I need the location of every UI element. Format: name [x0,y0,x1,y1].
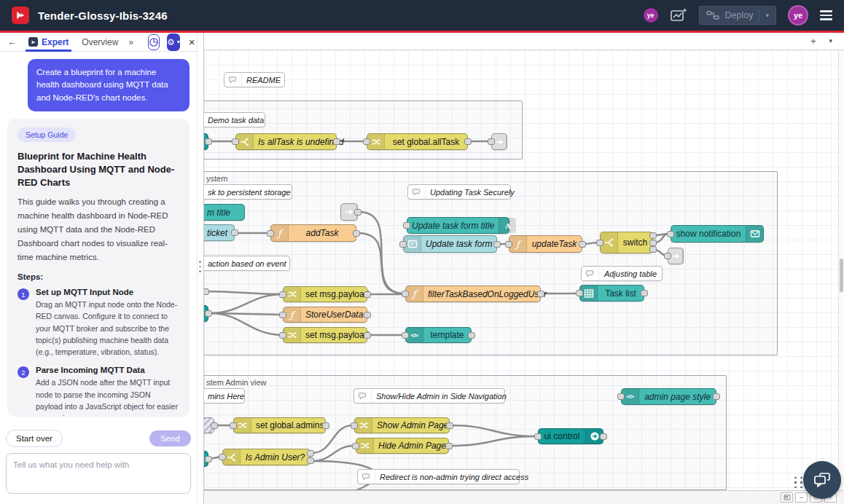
usage-chart-button[interactable] [148,34,160,50]
node-link-in-mid[interactable] [340,203,358,221]
link-stub-top[interactable] [204,133,208,150]
node-set-global-alltask[interactable]: set global.allTask [367,133,468,150]
node-port[interactable] [333,138,340,145]
node-port[interactable] [364,312,371,318]
close-panel-icon[interactable]: × [189,36,195,48]
port-stub-mid[interactable] [204,288,209,295]
settings-button[interactable]: ⚙ ▾ [167,34,180,51]
menu-icon[interactable] [820,10,832,20]
node-set-global-admins[interactable]: set global.admins [233,417,326,433]
add-flow-button[interactable]: + [810,36,816,46]
node-hide-admin-page[interactable]: Hide Admin Page [356,438,449,454]
node-port[interactable] [205,456,212,462]
node-port[interactable] [445,443,453,449]
node-port[interactable] [211,422,218,429]
node-show-admin-page[interactable]: Show Admin Page [354,417,450,433]
node-port[interactable] [576,290,583,296]
comment-adjusting-table[interactable]: Adjusting table [581,266,663,281]
node-port[interactable] [505,241,512,248]
node-task-form-title[interactable]: m titleA [204,204,245,221]
flow-canvas[interactable]: ystemstem Admin viewREADMEDemo task data… [204,50,844,490]
node-set-msg-payload-1[interactable]: set msg.payload [283,286,367,302]
node-port[interactable] [232,138,239,145]
node-show-notification[interactable]: show notification [671,225,764,243]
back-button[interactable]: ← [6,36,18,47]
comment-admins-here[interactable]: mins Here [204,388,245,403]
node-port[interactable] [307,457,314,464]
node-admin-page-style[interactable]: </>admin page style [621,388,716,405]
zoom-out-button[interactable]: − [795,492,808,503]
comment-readme[interactable]: README [224,72,285,87]
node-update-task-form-title[interactable]: Update task form titleA [407,217,509,234]
node-port[interactable] [488,138,495,145]
node-port[interactable] [364,291,371,298]
more-tabs-chevron[interactable]: » [128,37,133,47]
node-link-out-mid[interactable] [668,248,684,264]
node-port[interactable] [402,291,409,297]
node-port[interactable] [352,443,359,449]
canvas-scrollbar[interactable] [838,50,844,490]
node-port[interactable] [307,450,314,457]
node-port[interactable] [464,138,472,145]
node-storeuserdata[interactable]: ƒStoreUserData [283,307,367,323]
node-port[interactable] [649,240,657,246]
fab-drag-handle[interactable] [794,477,803,489]
node-port[interactable] [493,241,501,248]
node-addtask[interactable]: ƒaddTask [270,224,356,242]
link-stub-mid[interactable] [204,305,208,322]
tab-overview[interactable]: Overview [79,33,121,52]
node-port[interactable] [219,454,226,460]
node-port[interactable] [205,138,212,145]
node-port[interactable] [354,209,362,216]
node-port[interactable] [351,422,358,429]
node-updatetask[interactable]: ƒupdateTask [509,235,582,253]
minimap-button[interactable] [781,492,793,503]
node-inject-stub[interactable] [204,417,214,433]
tab-expert[interactable]: Expert [26,33,71,52]
node-port[interactable] [579,241,586,248]
node-task-list[interactable]: Task list [579,285,644,302]
node-port[interactable] [230,422,237,429]
node-port[interactable] [534,433,542,440]
comment-updating-task-securely[interactable]: Updating Task Securely [407,184,511,200]
node-port[interactable] [364,332,371,339]
scrollbar-thumb[interactable] [840,259,843,292]
node-ui-control[interactable]: ui control [538,428,603,444]
node-port[interactable] [279,332,286,339]
node-port[interactable] [641,290,648,296]
node-update-task-form[interactable]: Update task form [403,235,497,253]
node-port[interactable] [402,332,409,339]
node-port[interactable] [664,253,671,259]
comment-redirect-non-admin[interactable]: Redirect is non-admin trying direct acce… [357,469,520,484]
node-template[interactable]: </>template [405,327,472,343]
node-port[interactable] [322,422,329,429]
node-is-alltask-undefined[interactable]: Is allTask is undefined [235,133,337,150]
node-port[interactable] [279,291,286,298]
flow-list-caret-icon[interactable]: ▾ [829,38,832,44]
node-port[interactable] [649,232,657,239]
deploy-caret-icon[interactable]: ▾ [765,12,769,19]
comment-action-based-on-event[interactable]: action based on event [204,256,290,271]
node-port[interactable] [353,230,360,237]
send-button[interactable]: Send [149,430,191,446]
panel-resizer[interactable] [198,33,203,504]
node-port[interactable] [231,229,238,236]
group-demo-task-data[interactable] [204,101,523,160]
help-input[interactable] [6,453,191,494]
node-port[interactable] [649,246,657,253]
ai-assistant-icon[interactable] [670,7,687,23]
comment-demo-task-data[interactable]: Demo task data [204,112,265,127]
node-port[interactable] [667,231,674,237]
collaborator-avatar[interactable]: ye [644,8,658,23]
node-port[interactable] [363,138,370,145]
node-port[interactable] [399,241,407,248]
comment-persistent-storage[interactable]: sk to persistent storage [204,184,292,200]
node-port[interactable] [537,291,544,297]
node-port[interactable] [267,230,274,237]
assistant-chat-fab[interactable] [803,461,841,499]
node-switch[interactable]: switch [600,232,653,253]
start-over-button[interactable]: Start over [6,430,63,447]
node-port[interactable] [600,433,607,440]
node-port[interactable] [713,393,720,400]
node-port[interactable] [468,332,475,339]
